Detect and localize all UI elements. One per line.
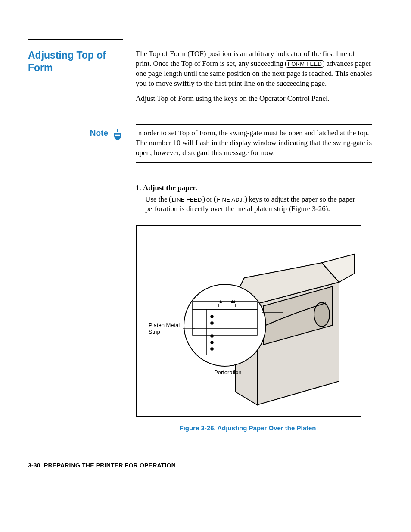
note-left: Note (28, 128, 123, 141)
step1-body-b: or (205, 195, 215, 203)
keycap-line-feed: LINE FEED (169, 196, 205, 203)
steps-row: 1. Adjust the paper. Use the LINE FEED o… (28, 184, 372, 432)
page-footer: 3-30 PREPARING THE PRINTER FOR OPERATION (28, 462, 372, 469)
page: Adjusting Top of Form The Top of Form (T… (0, 0, 411, 495)
note-label: Note (90, 128, 108, 138)
body-column: The Top of Form (TOF) position is an arb… (136, 49, 372, 109)
svg-point-10 (184, 284, 266, 366)
figure-number: Figure 3-26. (179, 424, 215, 432)
step-1-body: Use the LINE FEED or FINE ADJ. keys to a… (145, 195, 372, 215)
svg-rect-1 (115, 134, 120, 134)
svg-rect-3 (116, 137, 119, 137)
step-1-number: 1. (136, 184, 141, 192)
note-icon (112, 129, 123, 141)
figure-caption: Figure 3-26. Adjusting Paper Over the Pl… (136, 424, 360, 432)
step-1: 1. Adjust the paper. Use the LINE FEED o… (136, 184, 372, 215)
footer-section-title: PREPARING THE PRINTER FOR OPERATION (44, 462, 176, 469)
top-rules (28, 39, 372, 40)
svg-point-21 (211, 322, 213, 324)
step1-body-a: Use the (145, 195, 169, 203)
svg-point-20 (211, 315, 213, 318)
note-body: In order to set Top of Form, the swing-g… (136, 128, 372, 158)
note-text: In order to set Top of Form, the swing-g… (136, 128, 372, 158)
note-rule-top (136, 124, 372, 125)
figure-label-platen: Platen Metal Strip (149, 322, 180, 335)
intro-paragraph-2: Adjust Top of Form using the keys on the… (136, 94, 372, 104)
svg-point-22 (211, 335, 213, 337)
top-rule-light (136, 39, 372, 39)
intro-paragraph-1: The Top of Form (TOF) position is an arb… (136, 49, 372, 89)
figure-title: Adjusting Paper Over the Platen (216, 424, 316, 432)
footer-page-number: 3-30 (28, 462, 40, 469)
svg-point-23 (211, 341, 213, 344)
main-content: Adjusting Top of Form The Top of Form (T… (28, 49, 372, 109)
svg-point-24 (211, 348, 213, 350)
figure-3-26: 1 10 Pla (136, 225, 361, 417)
top-rule-heavy (28, 39, 123, 40)
left-margin-column: Adjusting Top of Form (28, 49, 123, 109)
figure-illustration: 1 10 (137, 226, 361, 416)
figure-label-perforation: Perforation (214, 369, 242, 376)
svg-rect-0 (117, 129, 118, 132)
note-block: Note In order to set Top of Form, the sw… (28, 124, 372, 163)
svg-text:10: 10 (231, 300, 235, 304)
step-1-title: Adjust the paper. (143, 184, 197, 192)
keycap-form-feed: FORM FEED (285, 60, 324, 68)
section-heading: Adjusting Top of Form (28, 49, 123, 74)
note-rule-bottom (136, 162, 372, 163)
svg-text:1: 1 (220, 300, 222, 304)
svg-rect-2 (115, 135, 120, 136)
keycap-fine-adj: FINE ADJ. (214, 196, 246, 203)
